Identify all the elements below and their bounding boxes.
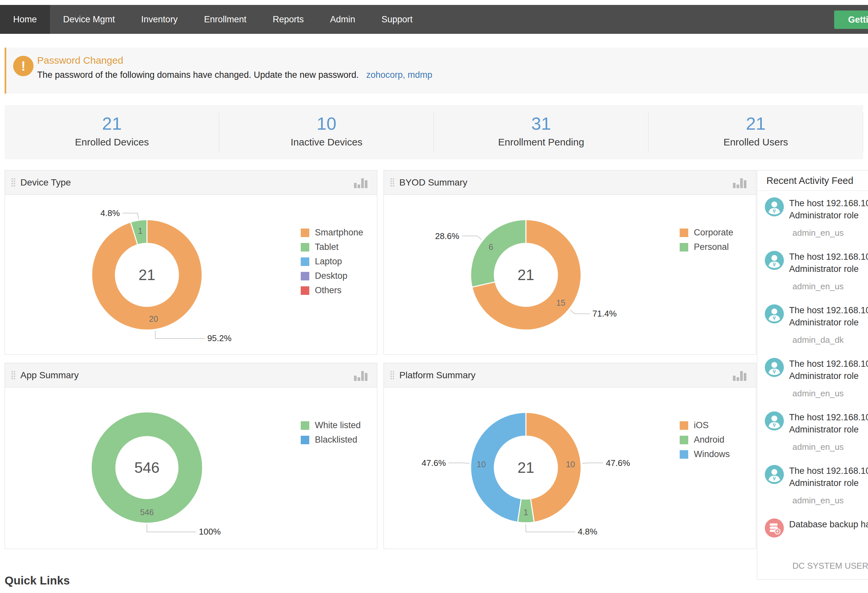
legend-item: Blacklisted [301,435,361,445]
feed-item-text: Administrator role [789,263,868,275]
legend-swatch [301,258,309,266]
legend-item: iOS [680,420,730,430]
getting-started-button[interactable]: Getting Started [834,10,868,29]
nav-tab-support[interactable]: Support [368,5,426,34]
stat-value: 21 [648,113,863,133]
feed-item-text: The host 192.168.102 [789,411,868,424]
feed-item-text: Administrator role [789,424,868,436]
nav-tab-device-mgmt[interactable]: Device Mgmt [50,5,128,34]
recent-activity-feed-panel: Recent Activity Feed The host 192.168.10… [757,170,868,580]
legend-label: Tablet [315,242,338,252]
legend-label: Personal [694,242,729,252]
nav-tab-admin[interactable]: Admin [317,5,368,34]
feed-item-user: admin_en_us [793,281,868,291]
legend-item: Tablet [301,242,363,252]
summary-stats-row: 21 Enrolled Devices 10 Inactive Devices … [4,105,863,159]
stat-enrollment-pending[interactable]: 31 Enrollment Pending [434,105,648,159]
feed-item: The host 192.168.102 Administrator role … [765,251,868,291]
svg-text:21: 21 [517,266,534,283]
nav-tab-home[interactable]: Home [0,5,50,34]
card-title: App Summary [21,370,78,381]
bar-chart-icon[interactable] [354,177,368,190]
legend-label: Others [315,285,341,296]
feed-title: Recent Activity Feed [757,171,868,191]
svg-text:47.6%: 47.6% [422,458,446,468]
card-title: Platform Summary [399,370,475,381]
stat-value: 10 [219,113,434,133]
drag-handle-icon[interactable] [12,178,15,187]
domain-link-mdmp[interactable]: mdmp [407,70,432,80]
nav-tab-reports[interactable]: Reports [260,5,317,34]
quick-links-heading: Quick Links [4,574,70,587]
svg-text:4.8%: 4.8% [578,527,597,537]
domain-link-zohocorp[interactable]: zohocorp [366,70,403,80]
legend-swatch [680,228,688,237]
legend-swatch [680,436,688,444]
dashboard-page: Home Device Mgmt Inventory Enrollment Re… [0,0,868,593]
warning-icon: ! [13,56,34,76]
legend-label: Desktop [315,271,347,281]
svg-text:95.2%: 95.2% [207,333,232,343]
device-type-card: Device Type 2095.2%14.8%21 Smartphone Ta… [4,170,377,355]
nav-tab-inventory[interactable]: Inventory [128,5,191,34]
legend-label: White listed [315,420,361,430]
byod-summary-donut-chart: 1571.4%628.6%21 [384,195,756,354]
stat-label: Enrollment Pending [434,137,648,148]
legend-swatch [301,228,309,237]
svg-text:20: 20 [149,314,158,324]
legend-item: Others [301,285,363,296]
link-separator: , [403,70,405,80]
feed-item-text: The host 192.168.102 [789,465,868,477]
alert-title: Password Changed [37,55,123,66]
svg-text:4.8%: 4.8% [100,208,120,218]
svg-text:21: 21 [517,459,534,476]
svg-text:47.6%: 47.6% [606,458,630,468]
drag-handle-icon[interactable] [12,371,15,379]
user-avatar-icon [765,305,784,324]
bar-chart-icon[interactable] [733,370,747,383]
stat-enrolled-devices[interactable]: 21 Enrolled Devices [4,105,219,159]
legend-label: Smartphone [315,228,363,238]
database-backup-icon [765,518,784,537]
feed-item-text: The host 192.168.102 [789,305,868,316]
feed-item-user: admin_da_dk [793,335,868,345]
svg-text:71.4%: 71.4% [593,309,617,318]
legend-item: White listed [301,420,361,430]
legend-swatch [301,243,309,252]
legend-label: Android [694,435,724,445]
app-summary-legend: White listed Blacklisted [301,420,361,449]
svg-text:6: 6 [489,242,493,252]
stat-inactive-devices[interactable]: 10 Inactive Devices [219,105,434,159]
svg-text:1: 1 [138,226,143,235]
svg-text:546: 546 [140,508,154,517]
stat-enrolled-users[interactable]: 21 Enrolled Users [648,105,863,159]
user-avatar-icon [765,251,784,270]
user-avatar-icon [765,411,784,430]
feed-item: Database backup has DC SYSTEM USER [765,518,868,571]
user-avatar-icon [765,197,784,216]
drag-handle-icon[interactable] [390,371,394,379]
card-title: BYOD Summary [399,177,467,188]
legend-swatch [680,450,688,459]
password-changed-alert: ! Password Changed The password of the f… [4,48,868,94]
legend-item: Windows [680,449,730,459]
legend-item: Laptop [301,256,363,266]
legend-swatch [301,421,309,430]
feed-item-text: Administrator role [789,370,868,382]
platform-summary-legend: iOS Android Windows [680,420,730,464]
user-avatar-icon [765,465,784,484]
bar-chart-icon[interactable] [354,370,368,383]
app-summary-donut-chart: 546100%546 [5,387,377,548]
nav-tab-enrollment[interactable]: Enrollment [191,5,260,34]
bar-chart-icon[interactable] [733,177,747,190]
feed-item-text: Administrator role [789,316,868,329]
alert-message: The password of the following domains ha… [37,70,359,80]
svg-text:10: 10 [566,460,575,469]
drag-handle-icon[interactable] [390,178,394,187]
stat-value: 31 [434,113,648,133]
stat-label: Inactive Devices [219,137,434,148]
platform-summary-donut-chart: 1047.6%14.8%1047.6%21 [384,387,756,548]
feed-item: The host 192.168.102 Administrator role … [765,358,868,399]
byod-summary-card: BYOD Summary 1571.4%628.6%21 Corporate P… [384,170,756,355]
legend-item: Corporate [680,228,733,238]
